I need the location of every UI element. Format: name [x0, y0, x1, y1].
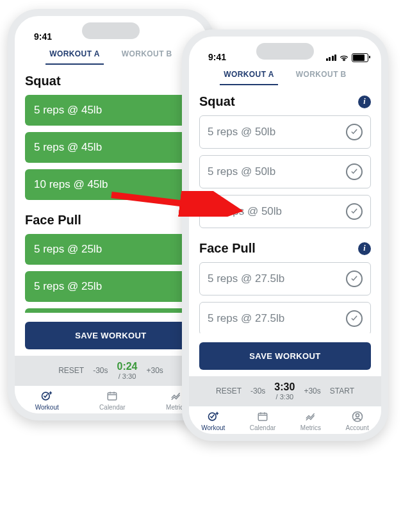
content-area: Squat i 5 reps @ 50lb 5 reps @ 50lb 5+ r… [189, 85, 381, 333]
calendar-icon [105, 390, 119, 403]
set-text: 5 reps @ 27.5lb [208, 272, 284, 285]
exercise-header: Squat i [199, 94, 371, 109]
nav-account[interactable]: Account [346, 410, 369, 431]
status-time: 9:41 [34, 31, 52, 42]
timer-total: / 3:30 [117, 372, 137, 380]
trend-icon [169, 390, 183, 403]
timer-minus-30[interactable]: -30s [93, 366, 108, 375]
cellular-icon [326, 54, 337, 61]
workout-tabs: WORKOUT A WORKOUT B [15, 42, 207, 65]
save-workout-button[interactable]: SAVE WORKOUT [25, 322, 197, 349]
nav-label: Calendar [99, 404, 126, 411]
set-row[interactable]: 5 reps @ 25lb [25, 271, 197, 302]
set-text: 5 reps @ 25lb [34, 243, 102, 256]
nav-label: Calendar [250, 424, 276, 431]
tab-workout-a[interactable]: WORKOUT A [220, 65, 277, 85]
timer-minus-30[interactable]: -30s [250, 387, 265, 395]
set-list: 5 reps @ 25lb 5 reps @ 25lb 8 reps @ 25l… [25, 234, 197, 313]
set-list: 5 reps @ 50lb 5 reps @ 50lb 5+ reps @ 50… [199, 115, 371, 228]
timer-clock: 0:24 [117, 361, 137, 372]
timer-plus-30[interactable]: +30s [147, 366, 163, 375]
set-row[interactable]: 5 reps @ 25lb [25, 234, 197, 265]
set-text: 5 reps @ 50lb [208, 165, 275, 178]
nav-label: Workout [201, 424, 225, 431]
battery-icon [352, 53, 368, 62]
check-toggle[interactable] [346, 124, 363, 140]
timer-display: 0:24 / 3:30 [117, 361, 137, 380]
nav-label: Account [346, 424, 369, 431]
set-row[interactable]: 8 reps @ 25lb [25, 308, 197, 313]
timer-bar: RESET -30s 0:24 / 3:30 +30s [15, 356, 207, 385]
check-toggle[interactable] [346, 310, 363, 327]
timer-start[interactable]: START [330, 387, 354, 395]
exercise-name: Squat [199, 94, 235, 109]
timer-display: 3:30 / 3:30 [274, 381, 295, 401]
nav-calendar[interactable]: Calendar [99, 390, 126, 411]
nav-label: Metrics [300, 424, 321, 431]
checkmark-plus-icon [40, 390, 54, 403]
check-toggle[interactable] [346, 270, 363, 287]
timer-reset[interactable]: RESET [58, 366, 84, 375]
workout-tabs: WORKOUT A WORKOUT B [189, 62, 381, 85]
bottom-nav: Workout Calendar Metrics [189, 406, 381, 434]
check-toggle[interactable] [346, 163, 363, 180]
set-list: 5 reps @ 27.5lb 5 reps @ 27.5lb 5+ reps … [199, 262, 371, 333]
exercise-name: Face Pull [199, 241, 256, 256]
status-time: 9:41 [208, 52, 226, 62]
set-row[interactable]: 5+ reps @ 50lb [199, 195, 371, 228]
nav-metrics[interactable]: Metrics [300, 410, 321, 431]
set-text: 5 reps @ 25lb [34, 280, 102, 293]
set-text: 5 reps @ 45lb [34, 104, 102, 117]
set-row[interactable]: 10 reps @ 45lb [25, 169, 197, 200]
set-row[interactable]: 5 reps @ 50lb [199, 115, 371, 149]
person-circle-icon [350, 410, 365, 423]
set-row[interactable]: 5 reps @ 50lb [199, 155, 371, 188]
set-row[interactable]: 5 reps @ 45lb [25, 132, 197, 163]
info-icon[interactable]: i [358, 96, 371, 108]
set-row[interactable]: 5 reps @ 27.5lb [199, 302, 371, 333]
calendar-icon [256, 410, 270, 423]
timer-clock: 3:30 [274, 381, 295, 393]
set-row[interactable]: 5 reps @ 27.5lb [199, 262, 371, 295]
nav-workout[interactable]: Workout [201, 410, 225, 431]
svg-rect-3 [258, 413, 267, 420]
set-text: 5 reps @ 27.5lb [208, 312, 284, 325]
bottom-nav: Workout Calendar Metrics [15, 385, 207, 413]
content-area: Squat 5 reps @ 45lb 5 reps @ 45lb 10 rep… [15, 65, 207, 313]
svg-point-5 [356, 413, 359, 417]
info-icon[interactable]: i [358, 242, 371, 255]
exercise-header: Squat [25, 74, 197, 88]
exercise-name: Face Pull [25, 213, 81, 228]
tab-workout-a[interactable]: WORKOUT A [45, 44, 103, 65]
timer-total: / 3:30 [274, 393, 295, 401]
save-workout-button[interactable]: SAVE WORKOUT [199, 342, 371, 370]
set-text: 5 reps @ 50lb [208, 126, 275, 138]
checkmark-plus-icon [206, 410, 220, 423]
set-text: 5 reps @ 45lb [34, 141, 102, 154]
nav-calendar[interactable]: Calendar [250, 410, 276, 431]
status-indicators [326, 53, 369, 62]
set-text: 10 reps @ 45lb [34, 178, 108, 191]
svg-rect-1 [108, 393, 117, 400]
set-text: 5+ reps @ 50lb [208, 205, 282, 218]
timer-reset[interactable]: RESET [216, 387, 242, 395]
set-row[interactable]: 5 reps @ 45lb [25, 95, 197, 126]
tab-workout-b[interactable]: WORKOUT B [118, 44, 176, 65]
set-list: 5 reps @ 45lb 5 reps @ 45lb 10 reps @ 45… [25, 95, 197, 200]
timer-bar: RESET -30s 3:30 / 3:30 +30s START [189, 376, 381, 406]
timer-plus-30[interactable]: +30s [304, 387, 320, 395]
tab-workout-b[interactable]: WORKOUT B [292, 65, 350, 85]
check-toggle[interactable] [346, 203, 363, 220]
exercise-header: Face Pull [25, 213, 197, 228]
exercise-header: Face Pull i [199, 241, 371, 256]
stage: 9:41 . WORKOUT A WORKOUT B Squat 5 reps … [0, 0, 410, 532]
nav-label: Workout [35, 404, 59, 411]
notch-pill [256, 43, 314, 60]
wifi-icon [339, 54, 349, 62]
nav-workout[interactable]: Workout [35, 390, 59, 411]
notch-pill [82, 22, 140, 39]
phone-frame-right: 9:41 WORKOUT A WORKOUT B Squat i [182, 29, 388, 441]
screen-left: 9:41 . WORKOUT A WORKOUT B Squat 5 reps … [15, 16, 207, 413]
trend-icon [304, 410, 318, 423]
exercise-name: Squat [25, 74, 61, 88]
